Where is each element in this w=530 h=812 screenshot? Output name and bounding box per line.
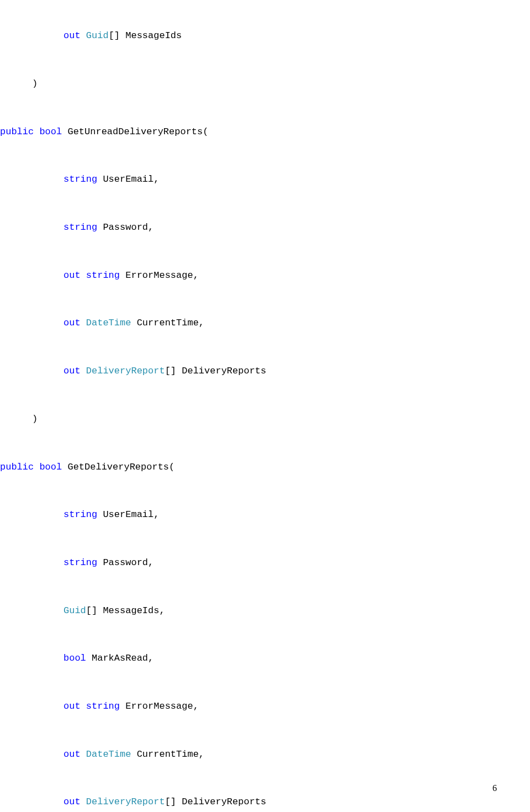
code-line: public bool GetDeliveryReports( [0,455,530,479]
code-line: out DeliveryReport[] DeliveryReports [0,359,530,383]
keyword-out: out [63,318,81,328]
identifier: ErrorMessage, [120,701,199,711]
type-deliveryreport: DeliveryReport [86,797,165,807]
keyword-string: string [63,222,97,233]
code-line: ) [0,407,530,431]
type-guid: Guid [86,30,109,41]
page-number: 6 [492,777,497,800]
keyword-string: string [63,509,97,520]
identifier: UserEmail, [97,174,159,184]
type-deliveryreport: DeliveryReport [86,366,165,376]
code-line: out string ErrorMessage, [0,263,530,287]
identifier: MarkAsRead, [86,653,153,663]
identifier: CurrentTime, [131,318,204,328]
keyword-out: out [63,30,81,41]
code-line: out string ErrorMessage, [0,694,530,718]
code-block: out Guid[] MessageIds ) public bool GetU… [0,0,530,812]
code-line: ) [0,72,530,96]
keyword-out: out [63,797,81,807]
code-line: out DeliveryReport[] DeliveryReports [0,790,530,812]
method-name: GetUnreadDeliveryReports( [62,126,208,137]
identifier: [] DeliveryReports [165,366,267,376]
type-datetime: DateTime [86,749,131,760]
code-line: out DateTime CurrentTime, [0,311,530,335]
identifier: Password, [97,222,153,233]
code-line: string Password, [0,215,530,239]
identifier: [] DeliveryReports [165,797,267,807]
code-line: public bool GetUnreadDeliveryReports( [0,120,530,144]
paren-close: ) [32,414,38,424]
keyword-string: string [86,701,120,711]
code-line: out DateTime CurrentTime, [0,742,530,766]
method-name: GetDeliveryReports( [62,462,174,472]
identifier: [] MessageIds [109,30,182,41]
code-line: Guid[] MessageIds, [0,599,530,623]
code-line: out Guid[] MessageIds [0,24,530,48]
code-line: bool MarkAsRead, [0,646,530,670]
keyword-public: public [0,462,34,472]
identifier: CurrentTime, [131,749,204,760]
keyword-bool: bool [39,462,62,472]
keyword-out: out [63,270,81,281]
paren-close: ) [32,78,38,89]
keyword-out: out [63,701,81,711]
keyword-string: string [63,174,97,184]
code-line: string UserEmail, [0,167,530,191]
keyword-bool: bool [63,653,86,663]
document-page: out Guid[] MessageIds ) public bool GetU… [0,0,530,812]
type-datetime: DateTime [86,318,131,328]
keyword-out: out [63,749,81,760]
code-line: string UserEmail, [0,503,530,526]
identifier: Password, [97,557,153,568]
identifier: UserEmail, [97,509,159,520]
keyword-out: out [63,366,81,376]
keyword-string: string [63,557,97,568]
keyword-bool: bool [39,126,62,137]
keyword-public: public [0,126,34,137]
keyword-string: string [86,270,120,281]
code-line: string Password, [0,551,530,574]
type-guid: Guid [63,605,86,616]
identifier: ErrorMessage, [120,270,199,281]
identifier: [] MessageIds, [86,605,165,616]
